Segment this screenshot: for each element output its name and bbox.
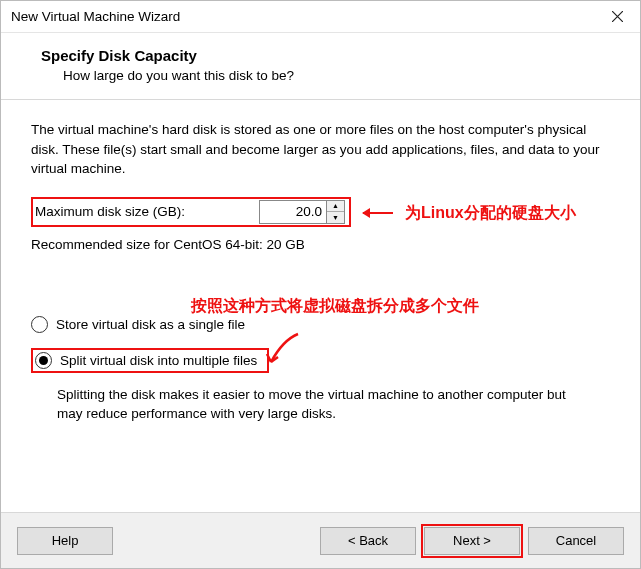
disk-size-input[interactable] xyxy=(259,200,327,224)
wizard-body: The virtual machine's hard disk is store… xyxy=(1,100,640,434)
wizard-header: Specify Disk Capacity How large do you w… xyxy=(1,33,640,100)
max-disk-size-row: Maximum disk size (GB): ▲ ▼ 为Linux分配的硬盘大… xyxy=(31,197,351,227)
radio-split-files[interactable] xyxy=(35,352,52,369)
radio-single-file-label: Store virtual disk as a single file xyxy=(56,317,245,332)
next-button[interactable]: Next > xyxy=(424,527,520,555)
recommended-size-text: Recommended size for CentOS 64-bit: 20 G… xyxy=(31,237,610,252)
annotation-size-text: 为Linux分配的硬盘大小 xyxy=(405,203,576,224)
page-title: Specify Disk Capacity xyxy=(41,47,600,64)
page-subtitle: How large do you want this disk to be? xyxy=(41,68,600,83)
radio-single-file[interactable] xyxy=(31,316,48,333)
description-text: The virtual machine's hard disk is store… xyxy=(31,120,610,179)
wizard-footer: Help < Back Next > Cancel xyxy=(1,512,640,568)
annotation-size-arrow: 为Linux分配的硬盘大小 xyxy=(363,203,576,224)
spinner-buttons: ▲ ▼ xyxy=(327,200,345,224)
max-disk-size-label: Maximum disk size (GB): xyxy=(35,204,185,219)
title-bar: New Virtual Machine Wizard xyxy=(1,1,640,33)
radio-split-files-row[interactable]: Split virtual disk into multiple files xyxy=(31,348,269,373)
help-button[interactable]: Help xyxy=(17,527,113,555)
spinner-up[interactable]: ▲ xyxy=(327,201,344,213)
disk-size-spinner: ▲ ▼ xyxy=(259,200,345,224)
annotation-split-text: 按照这种方式将虚拟磁盘拆分成多个文件 xyxy=(191,296,479,317)
spinner-down[interactable]: ▼ xyxy=(327,212,344,223)
cancel-button[interactable]: Cancel xyxy=(528,527,624,555)
window-title: New Virtual Machine Wizard xyxy=(11,9,180,24)
close-icon xyxy=(612,11,623,22)
back-button[interactable]: < Back xyxy=(320,527,416,555)
close-button[interactable] xyxy=(594,1,640,32)
arrow-icon xyxy=(363,212,393,214)
radio-split-files-label: Split virtual disk into multiple files xyxy=(60,353,257,368)
split-description: Splitting the disk makes it easier to mo… xyxy=(31,385,591,424)
annotation-arrow-icon xyxy=(263,332,303,372)
